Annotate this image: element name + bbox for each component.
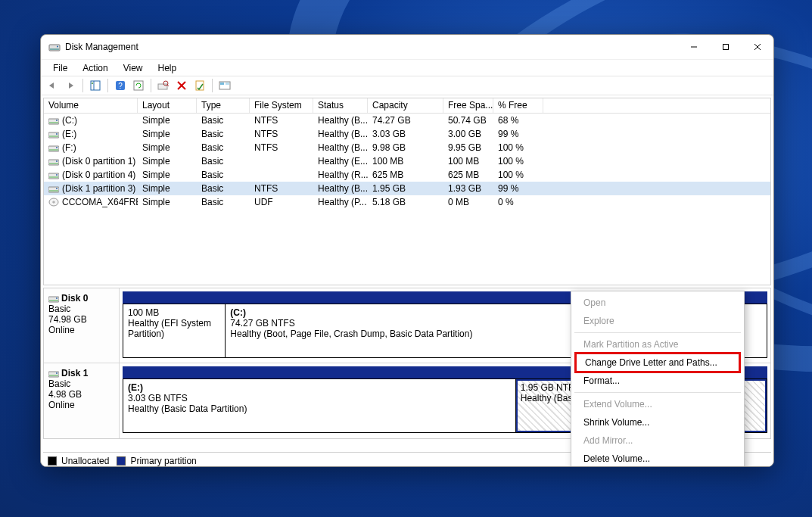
ctx-mark-partition-as-active: Mark Partition as Active [573, 335, 742, 353]
ctx-open: Open [573, 294, 742, 312]
forward-icon[interactable] [62, 77, 79, 94]
vol-free: 9.95 GB [443, 142, 493, 153]
close-button[interactable] [742, 35, 773, 59]
delete-icon[interactable] [173, 77, 190, 94]
vol-free: 100 MB [443, 156, 493, 167]
vol-fs: NTFS [250, 129, 313, 139]
volume-row[interactable]: (C:)SimpleBasicNTFSHealthy (B...74.27 GB… [44, 114, 770, 127]
vol-capacity: 9.98 GB [368, 142, 443, 153]
volume-list[interactable]: Volume Layout Type File System Status Ca… [43, 98, 771, 285]
vol-pct: 100 % [493, 170, 543, 180]
vol-free: 625 MB [443, 170, 493, 180]
vol-free: 0 MB [443, 197, 493, 207]
minimize-button[interactable] [678, 35, 710, 59]
volume-row[interactable]: (Disk 1 partition 3)SimpleBasicNTFSHealt… [44, 182, 770, 195]
unallocated-swatch [48, 456, 57, 466]
vol-name: (C:) [62, 115, 77, 126]
vol-capacity: 5.18 GB [368, 197, 443, 207]
svg-rect-9 [92, 83, 93, 84]
vol-fs: NTFS [250, 142, 313, 153]
svg-rect-46 [49, 375, 58, 376]
svg-rect-43 [49, 300, 58, 301]
partition-block[interactable]: (E:)3.03 GB NTFSHealthy (Basic Data Part… [123, 378, 516, 433]
ctx-shrink-volume[interactable]: Shrink Volume... [573, 413, 742, 431]
svg-point-47 [56, 372, 58, 374]
vol-pct: 100 % [493, 156, 543, 167]
svg-rect-38 [49, 190, 58, 192]
svg-point-2 [57, 46, 58, 48]
menu-help[interactable]: Help [151, 61, 185, 75]
vol-pct: 0 % [493, 197, 543, 207]
back-icon[interactable] [44, 77, 61, 94]
partition-block[interactable]: 100 MBHealthy (EFI System Partition) [123, 304, 226, 358]
options-icon[interactable] [216, 77, 233, 94]
vol-name: (F:) [62, 142, 76, 153]
svg-point-27 [56, 133, 58, 135]
volume-row[interactable]: (Disk 0 partition 1)SimpleBasicHealthy (… [44, 154, 770, 168]
drive-icon [48, 143, 59, 152]
maximize-button[interactable] [710, 35, 742, 59]
col-volume[interactable]: Volume [44, 98, 138, 113]
col-fs[interactable]: File System [250, 98, 313, 113]
vol-pct: 99 % [493, 129, 543, 139]
vol-name: (E:) [62, 129, 76, 139]
vol-fs: NTFS [250, 115, 313, 126]
ctx-format[interactable]: Format... [573, 372, 742, 390]
ctx-delete-volume[interactable]: Delete Volume... [573, 450, 742, 467]
svg-rect-29 [49, 149, 58, 151]
volume-row[interactable]: CCCOMA_X64FRE...SimpleBasicUDFHealthy (P… [44, 195, 770, 209]
refresh-icon[interactable] [130, 77, 147, 94]
properties-icon[interactable] [191, 77, 208, 94]
disk-info: Disk 1Basic4.98 GBOnline [44, 363, 120, 438]
vol-capacity: 625 MB [368, 170, 443, 180]
volume-row[interactable]: (E:)SimpleBasicNTFSHealthy (B...3.03 GB3… [44, 127, 770, 141]
disk-icon [48, 294, 59, 303]
drive-icon [48, 184, 59, 193]
volume-row[interactable]: (Disk 0 partition 4)SimpleBasicHealthy (… [44, 168, 770, 182]
col-layout[interactable]: Layout [138, 98, 197, 113]
svg-rect-26 [49, 135, 58, 137]
vol-layout: Simple [138, 156, 197, 167]
svg-point-36 [56, 174, 58, 176]
vol-name: (Disk 1 partition 3) [62, 183, 135, 194]
drive-icon [48, 129, 59, 139]
ctx-change-drive-letter-and-paths[interactable]: Change Drive Letter and Paths... [574, 352, 741, 373]
drive-icon [48, 170, 59, 179]
col-free[interactable]: Free Spa... [443, 98, 493, 113]
svg-point-39 [56, 188, 58, 189]
context-menu: OpenExploreMark Partition as ActiveChang… [571, 291, 745, 467]
menu-file[interactable]: File [45, 61, 75, 75]
legend-primary: Primary partition [130, 456, 196, 466]
content-area: Volume Layout Type File System Status Ca… [41, 98, 773, 467]
show-hide-tree-icon[interactable] [87, 77, 104, 94]
svg-rect-1 [50, 48, 59, 50]
vol-pct: 68 % [493, 115, 543, 126]
vol-free: 3.00 GB [443, 129, 493, 139]
menu-action[interactable]: Action [75, 61, 115, 75]
vol-free: 1.93 GB [443, 183, 493, 194]
col-pct[interactable]: % Free [493, 98, 543, 113]
col-type[interactable]: Type [197, 98, 250, 113]
vol-layout: Simple [138, 142, 197, 153]
svg-rect-13 [158, 84, 167, 89]
vol-pct: 100 % [493, 142, 543, 153]
col-capacity[interactable]: Capacity [368, 98, 443, 113]
volume-header: Volume Layout Type File System Status Ca… [44, 98, 770, 114]
ctx-explore: Explore [573, 312, 742, 330]
help-icon[interactable]: ? [112, 77, 129, 94]
vol-type: Basic [197, 183, 250, 194]
col-status[interactable]: Status [313, 98, 368, 113]
volume-row[interactable]: (F:)SimpleBasicNTFSHealthy (B...9.98 GB9… [44, 141, 770, 154]
menubar: File Action View Help [41, 59, 773, 76]
vol-free: 50.74 GB [443, 115, 493, 126]
vol-layout: Simple [138, 170, 197, 180]
svg-rect-12 [134, 81, 143, 90]
vol-name: (Disk 0 partition 4) [62, 170, 135, 180]
drive-icon [48, 157, 59, 166]
vol-type: Basic [197, 197, 250, 207]
drive-action-icon[interactable] [155, 77, 172, 94]
menu-view[interactable]: View [116, 61, 151, 75]
disk-info: Disk 0Basic74.98 GBOnline [44, 288, 120, 363]
vol-status: Healthy (P... [313, 197, 368, 207]
vol-status: Healthy (R... [313, 170, 368, 180]
